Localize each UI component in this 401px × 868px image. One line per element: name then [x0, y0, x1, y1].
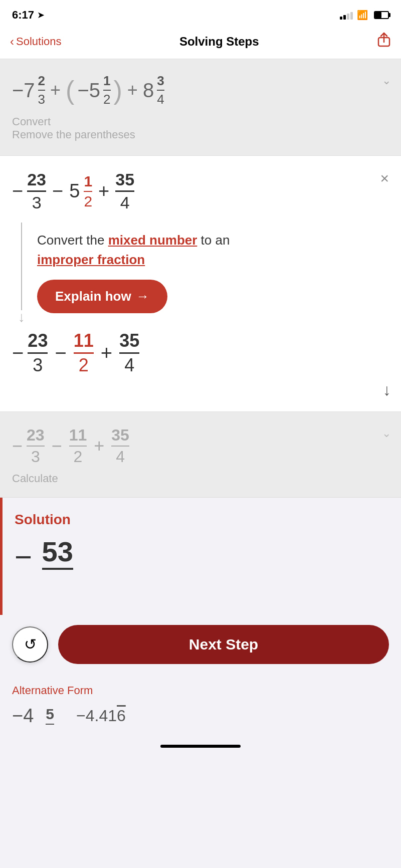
- chevron-left-icon: ‹: [10, 35, 14, 49]
- solution-fraction: 53: [34, 538, 81, 603]
- solution-numerator: 53: [42, 538, 73, 570]
- explain-prefix: Convert the: [37, 233, 108, 248]
- alt-value-1: −4: [12, 705, 34, 727]
- chevron-down-icon[interactable]: ⌄: [382, 74, 391, 87]
- chevron-down-icon-2[interactable]: ⌄: [382, 427, 391, 440]
- step-2-expanded: − 23 3 − 5 1 2 + 35 4 × ↓ Conv: [0, 156, 401, 412]
- status-bar: 6:17 ➤ 📶: [0, 0, 401, 27]
- explain-text: Convert the mixed number to an improper …: [37, 231, 401, 270]
- step1-expression: −7 2 3 + ( −5 1 2 ) + 8 3 4: [12, 73, 389, 107]
- battery-icon: [374, 11, 389, 19]
- alt-form-label: Alternative Form: [12, 684, 389, 697]
- step2-top-expression: − 23 3 − 5 1 2 + 35 4: [12, 170, 134, 212]
- replay-icon: ↺: [24, 635, 37, 653]
- bottom-bar: ↺ Next Step: [0, 615, 401, 674]
- status-icons: 📶: [340, 10, 389, 21]
- signal-icon: [340, 11, 353, 20]
- improper-fraction-link[interactable]: improper fraction: [37, 252, 145, 267]
- solution-value: − 53: [15, 538, 389, 603]
- back-button[interactable]: ‹ Solutions: [10, 35, 62, 49]
- alt-value-2: −4.416: [76, 707, 126, 725]
- share-button[interactable]: [377, 32, 391, 51]
- close-button[interactable]: ×: [380, 170, 389, 187]
- step2-result-expression: − 23 3 − 11 2 + 35 4: [12, 330, 389, 376]
- step3-expression: − 23 3 − 11 2 + 35 4: [12, 426, 389, 466]
- step2-footer: ↓: [0, 381, 401, 399]
- step-3-dimmed: ⌄ − 23 3 − 11 2 + 35 4 Calculate: [0, 412, 401, 498]
- arrow-right-icon: →: [136, 289, 149, 304]
- step2-header: − 23 3 − 5 1 2 + 35 4 ×: [0, 156, 401, 212]
- home-indicator: [160, 745, 241, 748]
- wifi-icon: 📶: [357, 10, 368, 21]
- nav-bar: ‹ Solutions Solving Steps: [0, 27, 401, 59]
- explain-how-button[interactable]: Explain how →: [37, 280, 167, 313]
- scroll-down-button[interactable]: ↓: [383, 381, 391, 399]
- page-title: Solving Steps: [179, 35, 259, 49]
- solution-label: Solution: [15, 512, 389, 528]
- location-icon: ➤: [37, 10, 45, 21]
- step1-text1: Convert: [12, 115, 389, 128]
- next-step-button[interactable]: Next Step: [58, 625, 389, 664]
- step1-text2: Remove the parentheses: [12, 128, 389, 141]
- back-label: Solutions: [16, 35, 62, 48]
- mixed-number-link[interactable]: mixed number: [108, 233, 197, 248]
- step-1-collapsed: ⌄ −7 2 3 + ( −5 1 2 ) + 8 3 4 Convert Re…: [0, 59, 401, 156]
- replay-button[interactable]: ↺: [12, 626, 48, 663]
- alt-form-values: −4 5 −4.416: [12, 705, 389, 727]
- solution-denominator: [34, 570, 81, 603]
- status-time: 6:17: [12, 9, 34, 22]
- alt-form-section: Alternative Form −4 5 −4.416: [0, 674, 401, 737]
- step3-text: Calculate: [12, 472, 389, 485]
- solution-section: Solution − 53: [0, 498, 401, 615]
